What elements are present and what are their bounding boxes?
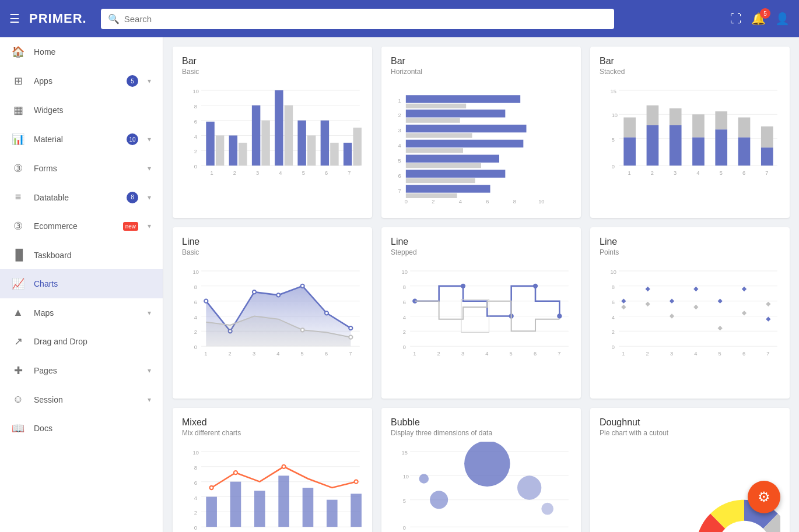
chart-subtitle: Display three dimensions of data: [391, 429, 572, 437]
chart-title: Bar: [391, 56, 572, 66]
svg-point-209: [430, 491, 448, 509]
svg-rect-191: [254, 491, 265, 527]
session-icon: ☺: [12, 393, 24, 406]
svg-text:8: 8: [194, 284, 197, 290]
svg-text:10: 10: [402, 269, 408, 275]
sidebar-item-label: Apps: [34, 76, 117, 86]
svg-text:7: 7: [558, 351, 560, 357]
sidebar-item-pages[interactable]: ✚ Pages ▾: [0, 356, 163, 385]
svg-rect-47: [406, 104, 466, 108]
menu-icon[interactable]: ☰: [9, 12, 20, 26]
svg-text:10: 10: [612, 113, 618, 119]
maps-icon: ▲: [12, 306, 24, 319]
sidebar-item-charts[interactable]: 📈 Charts: [0, 269, 163, 298]
chart-subtitle: Basic: [182, 248, 363, 256]
svg-text:0: 0: [194, 344, 197, 350]
chart-title: Bubble: [391, 417, 572, 428]
sidebar-item-material[interactable]: 📊 Material 10 ▾: [0, 125, 163, 154]
svg-rect-48: [406, 118, 460, 123]
header: ☰ PRIMER. 🔍 ⛶ 🔔 5 👤: [0, 0, 799, 37]
svg-rect-16: [252, 105, 260, 165]
svg-text:6: 6: [486, 199, 489, 205]
svg-marker-160: [718, 299, 723, 304]
header-actions: ⛶ 🔔 5 👤: [730, 12, 790, 26]
svg-text:4: 4: [485, 351, 488, 357]
svg-rect-73: [670, 108, 682, 125]
svg-text:4: 4: [694, 351, 697, 357]
svg-text:5: 5: [398, 158, 401, 164]
sidebar-item-label: Ecommerce: [34, 221, 114, 231]
svg-rect-20: [297, 121, 306, 166]
svg-point-198: [282, 465, 286, 468]
svg-text:4: 4: [696, 170, 699, 176]
svg-rect-21: [307, 136, 316, 166]
svg-rect-45: [406, 170, 506, 177]
sidebar-item-home[interactable]: 🏠 Home: [0, 37, 163, 66]
svg-text:0: 0: [403, 344, 406, 350]
sidebar-item-docs[interactable]: 📖 Docs: [0, 414, 163, 443]
sidebar-item-label: Widgets: [34, 105, 151, 115]
svg-text:2: 2: [233, 170, 236, 176]
svg-text:4: 4: [194, 495, 197, 501]
chevron-down-icon: ▾: [148, 164, 151, 172]
chart-container: 10 8 6 4 2 0: [182, 442, 363, 532]
search-bar[interactable]: 🔍: [101, 9, 614, 29]
chart-title: Mixed: [182, 417, 363, 428]
svg-text:0: 0: [194, 164, 197, 170]
notification-icon[interactable]: 🔔 5: [751, 12, 766, 26]
svg-rect-24: [344, 143, 352, 165]
svg-text:3: 3: [670, 351, 673, 357]
chart-container: 15 10 5 0: [600, 80, 780, 209]
sidebar-item-forms[interactable]: ③ Forms ▾: [0, 154, 163, 183]
search-input[interactable]: [124, 14, 607, 24]
svg-text:5: 5: [301, 351, 304, 357]
sidebar-item-drag-drop[interactable]: ↗ Drag and Drop: [0, 327, 163, 356]
sidebar-item-taskboard[interactable]: ▐▌ Taskboard: [0, 241, 163, 269]
svg-text:0: 0: [612, 344, 615, 350]
chevron-down-icon: ▾: [148, 367, 151, 375]
svg-text:5: 5: [612, 137, 615, 143]
svg-rect-71: [647, 105, 659, 125]
apps-icon: ⊞: [12, 75, 24, 87]
svg-text:6: 6: [325, 351, 328, 357]
svg-point-132: [461, 284, 465, 288]
svg-text:6: 6: [325, 170, 328, 176]
svg-text:5: 5: [719, 351, 721, 357]
sidebar-item-label: Pages: [34, 366, 138, 375]
fab-button[interactable]: ⚙: [748, 481, 780, 513]
svg-text:8: 8: [513, 199, 516, 205]
svg-marker-162: [766, 317, 770, 322]
chart-card-bar-basic: Bar Basic 10 8 6 4 2 0: [173, 47, 372, 218]
sidebar-item-ecommerce[interactable]: ③ Ecommerce new ▾: [0, 212, 163, 241]
chart-card-line-points: Line Points 10 8 6 4 2 0: [590, 227, 790, 399]
layout: 🏠 Home ⊞ Apps 5 ▾ ▦ Widgets 📊 Material 1…: [0, 37, 799, 532]
chevron-down-icon: ▾: [148, 77, 151, 85]
svg-point-199: [355, 480, 358, 484]
svg-marker-161: [742, 287, 747, 291]
taskboard-icon: ▐▌: [12, 249, 24, 261]
svg-text:6: 6: [398, 173, 401, 179]
chart-container: 15 10 5 0: [391, 442, 572, 532]
chart-container: 10 8 6 4 2 0: [600, 261, 780, 389]
svg-rect-79: [738, 118, 751, 138]
svg-rect-190: [230, 482, 241, 527]
svg-rect-75: [692, 114, 705, 137]
sidebar-item-datatable[interactable]: ≡ Datatable 8 ▾: [0, 183, 163, 212]
svg-rect-52: [406, 178, 475, 183]
sidebar-item-widgets[interactable]: ▦ Widgets: [0, 96, 163, 125]
svg-rect-13: [216, 136, 224, 166]
svg-rect-40: [406, 95, 520, 103]
sidebar-item-session[interactable]: ☺ Session ▾: [0, 385, 163, 414]
svg-text:5: 5: [510, 351, 513, 357]
chart-container: 1 2 3 4 5 6 7: [391, 80, 572, 209]
svg-text:8: 8: [612, 284, 615, 290]
svg-text:7: 7: [398, 188, 401, 194]
fullscreen-icon[interactable]: ⛶: [730, 12, 742, 26]
chart-title: Line: [600, 237, 780, 247]
sidebar-item-apps[interactable]: ⊞ Apps 5 ▾: [0, 66, 163, 96]
svg-point-208: [464, 442, 510, 487]
sidebar-item-maps[interactable]: ▲ Maps ▾: [0, 298, 163, 327]
drag-drop-icon: ↗: [12, 335, 24, 348]
svg-text:7: 7: [766, 351, 769, 357]
user-icon[interactable]: 👤: [775, 12, 790, 26]
